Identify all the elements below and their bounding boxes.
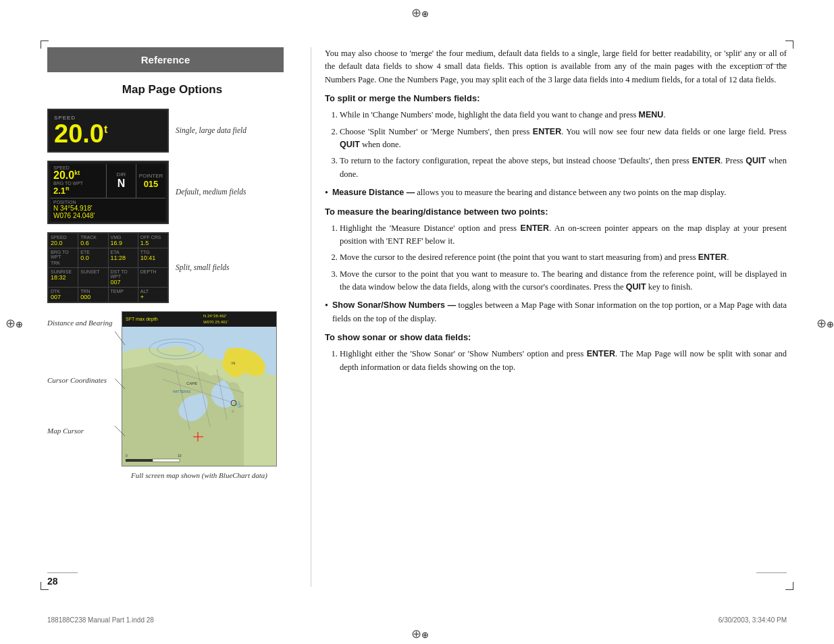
map-labels: Distance and Bearing Cursor Coordinates … bbox=[47, 311, 122, 466]
svg-text:W070 25.401': W070 25.401' bbox=[203, 320, 228, 324]
reg-mark-bottom: ⊕ bbox=[411, 626, 423, 639]
right-column: You may also choose to 'merge' the four … bbox=[311, 47, 787, 587]
section1-step-1: While in 'Change Numbers' mode, highligh… bbox=[340, 109, 787, 122]
reg-mark-left: ⊕ bbox=[5, 316, 18, 328]
map-image: SFT max depth N 24°28.462' W070 25.401' … bbox=[122, 311, 277, 466]
reg-mark-top: ⊕ bbox=[411, 5, 423, 18]
section3-step-1: Highlight either the 'Show Sonar' or 'Sh… bbox=[340, 348, 787, 374]
small-field-section: SPEED20.0 TRACK0.6 VMG16.9 OFF CRS1.5 BR… bbox=[47, 232, 297, 303]
small-cell-34: DEPTH bbox=[138, 268, 167, 287]
small-cell-44: ALT+ bbox=[138, 288, 167, 302]
section2-step-1: Highlight the 'Measure Distance' option … bbox=[340, 222, 787, 248]
section1-steps: While in 'Change Numbers' mode, highligh… bbox=[325, 109, 787, 181]
svg-text:10: 10 bbox=[178, 454, 182, 458]
footer-right: 6/30/2003, 3:34:40 PM bbox=[719, 616, 787, 624]
footer: 188188C238 Manual Part 1.indd 28 6/30/20… bbox=[47, 616, 787, 624]
svg-text:HATTERAS: HATTERAS bbox=[173, 390, 191, 394]
bullet1: • Measure Distance — allows you to measu… bbox=[325, 186, 787, 200]
section3-steps: Highlight either the 'Show Sonar' or 'Sh… bbox=[325, 348, 787, 374]
small-cell-22: ETE0.0 bbox=[78, 248, 108, 267]
map-page-title: Map Page Options bbox=[47, 83, 297, 97]
small-cell-23: ETA11:28 bbox=[109, 248, 138, 267]
map-cursor-label: Map Cursor bbox=[47, 426, 84, 435]
medium-field-label: Default, medium fields bbox=[176, 187, 246, 197]
speed-value: 20.0t bbox=[54, 121, 107, 146]
svg-text:N 24°28.462': N 24°28.462' bbox=[203, 314, 227, 318]
section2-step-2: Move the cursor to the desired reference… bbox=[340, 251, 787, 264]
svg-rect-19 bbox=[153, 459, 180, 462]
small-row-3: SUNRISE18:32 SUNSET DST TO WPT007 DEPTH bbox=[49, 268, 167, 288]
small-row-2: BRG TO WPTTRK ETE0.0 ETA11:28 TTG10:41 bbox=[49, 248, 167, 268]
bullet1-text: Measure Distance — allows you to measure… bbox=[332, 186, 787, 199]
small-row-1: SPEED20.0 TRACK0.6 VMG16.9 OFF CRS1.5 bbox=[49, 234, 167, 248]
section2-steps: Highlight the 'Measure Distance' option … bbox=[325, 222, 787, 294]
medium-field-section: SPEED 20.0kt BRG TO WPT 2.1ft DIR N POIN… bbox=[47, 161, 297, 224]
section1-heading: To split or merge the Numbers fields: bbox=[325, 93, 787, 103]
small-cell-33: DST TO WPT007 bbox=[109, 268, 138, 287]
small-cell-14: OFF CRS1.5 bbox=[138, 234, 167, 248]
small-cell-42: TRN000 bbox=[78, 288, 108, 302]
small-cell-13: VMG16.9 bbox=[109, 234, 138, 248]
svg-text:↑N: ↑N bbox=[230, 361, 235, 365]
speed-number: 20.0 bbox=[54, 119, 104, 148]
page-layout: Reference Map Page Options SPEED 20.0t S… bbox=[47, 47, 787, 587]
intro-paragraph: You may also choose to 'merge' the four … bbox=[325, 47, 787, 86]
bullet2: • Show Sonar/Show Numbers — toggles betw… bbox=[325, 299, 787, 325]
small-data-field: SPEED20.0 TRACK0.6 VMG16.9 OFF CRS1.5 BR… bbox=[47, 232, 169, 303]
cursor-coords-label: Cursor Coordinates bbox=[47, 375, 107, 385]
reg-mark-right: ⊕ bbox=[816, 316, 829, 328]
small-cell-24: TTG10:41 bbox=[138, 248, 167, 267]
small-cell-43: TEMP bbox=[109, 288, 138, 302]
large-field-section: SPEED 20.0t Single, large data field bbox=[47, 109, 297, 153]
svg-text:CAPE: CAPE bbox=[186, 381, 198, 385]
section1-step-3: To return to the factory configuration, … bbox=[340, 155, 787, 181]
section2-step-3: Move the cursor to the point that you wa… bbox=[340, 268, 787, 294]
map-section: Distance and Bearing Cursor Coordinates … bbox=[47, 311, 297, 481]
small-field-label: Split, small fields bbox=[176, 263, 230, 273]
map-svg: SFT max depth N 24°28.462' W070 25.401' … bbox=[122, 312, 277, 466]
svg-text:SFT max depth: SFT max depth bbox=[126, 317, 158, 322]
small-cell-21: BRG TO WPTTRK bbox=[49, 248, 78, 267]
small-cell-12: TRACK0.6 bbox=[78, 234, 108, 248]
svg-rect-18 bbox=[126, 459, 153, 462]
speed-superscript: t bbox=[104, 124, 107, 135]
section2-heading: To measure the bearing/distance between … bbox=[325, 207, 787, 217]
svg-text:0: 0 bbox=[126, 454, 128, 458]
left-column: Reference Map Page Options SPEED 20.0t S… bbox=[47, 47, 311, 587]
map-caption: Full screen map shown (with BlueChart da… bbox=[122, 471, 277, 481]
section1-step-2: Choose 'Split Number' or 'Merge Numbers'… bbox=[340, 126, 787, 152]
svg-text:⚓: ⚓ bbox=[236, 401, 242, 408]
page-number: 28 bbox=[47, 576, 58, 587]
svg-text:○: ○ bbox=[232, 409, 234, 413]
small-cell-11: SPEED20.0 bbox=[49, 234, 78, 248]
bullet2-text: Show Sonar/Show Numbers — toggles betwee… bbox=[332, 299, 787, 325]
reference-label: Reference bbox=[141, 54, 190, 65]
bullet-dot-2: • bbox=[325, 299, 328, 313]
small-cell-31: SUNRISE18:32 bbox=[49, 268, 78, 287]
section3-heading: To show sonar or show data fields: bbox=[325, 332, 787, 342]
reference-box: Reference bbox=[47, 47, 284, 72]
footer-left: 188188C238 Manual Part 1.indd 28 bbox=[47, 616, 154, 624]
small-cell-41: DTK007 bbox=[49, 288, 78, 302]
small-row-4: DTK007 TRN000 TEMP ALT+ bbox=[49, 288, 167, 302]
map-with-labels: Distance and Bearing Cursor Coordinates … bbox=[47, 311, 297, 466]
distance-bearing-label: Distance and Bearing bbox=[47, 318, 113, 327]
medium-data-field: SPEED 20.0kt BRG TO WPT 2.1ft DIR N POIN… bbox=[47, 161, 169, 224]
bullet-dot-1: • bbox=[325, 186, 328, 200]
small-cell-32: SUNSET bbox=[78, 268, 108, 287]
large-data-field: SPEED 20.0t bbox=[47, 109, 169, 153]
large-field-label: Single, large data field bbox=[176, 126, 246, 136]
